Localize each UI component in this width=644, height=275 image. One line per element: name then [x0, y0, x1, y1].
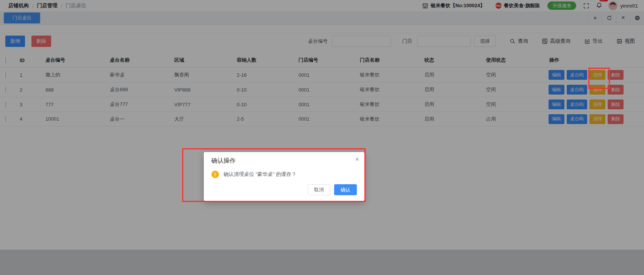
dialog-body: ! 确认清理桌位 "豪华桌" 的缓存？ [211, 171, 357, 178]
dialog-confirm-button[interactable]: 确认 [334, 184, 357, 195]
warning-icon: ! [211, 171, 219, 178]
dialog-title: 确认操作 [211, 157, 357, 165]
dialog-cancel-button[interactable]: 取消 [308, 184, 330, 195]
app-root: 店铺机构 / 门店管理 / 门店桌位 银米餐饮【No:100024】 PRO 餐… [0, 0, 644, 275]
dialog-message: 确认清理桌位 "豪华桌" 的缓存？ [224, 171, 297, 178]
dialog-footer: 取消 确认 [308, 184, 357, 195]
dialog-close-icon[interactable]: × [355, 156, 359, 163]
confirm-dialog: 确认操作 × ! 确认清理桌位 "豪华桌" 的缓存？ 取消 确认 [204, 152, 364, 201]
modal-mask [0, 0, 644, 275]
